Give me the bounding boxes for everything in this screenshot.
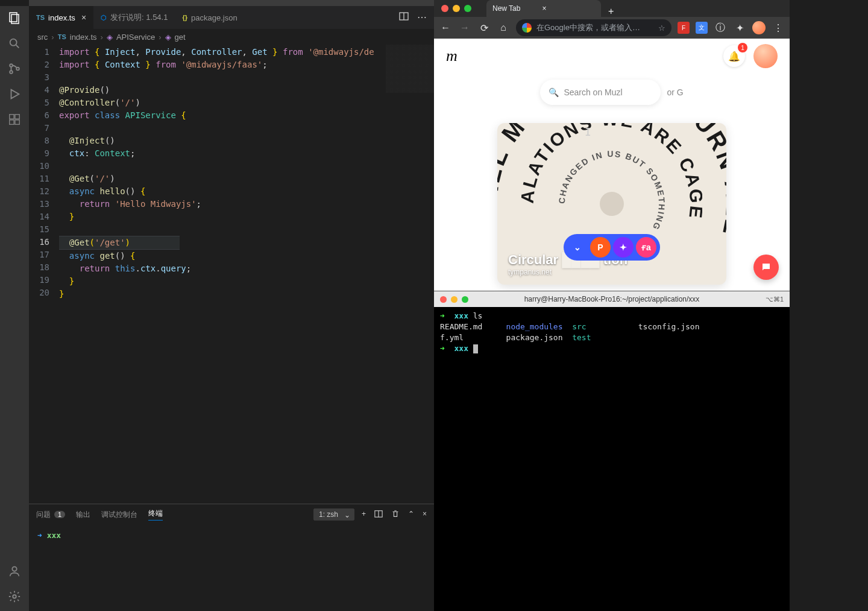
editor-tabs: TS index.ts × ⬡ 发行说明: 1.54.1 {} package.…: [29, 6, 434, 29]
close-icon[interactable]: ×: [81, 13, 86, 22]
terminal-title: harry@Harry-MacBook-Pro16:~/project/appl…: [524, 295, 700, 303]
minimap[interactable]: [386, 45, 434, 165]
terminal-shortcut: ⌥⌘1: [766, 296, 784, 303]
problems-badge: 1: [54, 511, 65, 518]
activity-bar: [0, 6, 29, 611]
code-area[interactable]: import { Inject, Provide, Controller, Ge…: [59, 45, 434, 504]
tab-label: index.ts: [48, 13, 75, 22]
window-maximize-icon[interactable]: [462, 296, 468, 303]
pill-p-button[interactable]: P: [590, 237, 611, 258]
svg-rect-8: [10, 115, 14, 119]
split-editor-icon[interactable]: [399, 11, 409, 24]
breadcrumb-item[interactable]: APIService: [116, 33, 155, 42]
svg-line-3: [16, 45, 19, 48]
source-control-icon[interactable]: [7, 62, 22, 76]
tab-package-json[interactable]: {} package.json: [175, 6, 244, 29]
bottom-panel: 问题1 输出 调试控制台 终端 1: zsh⌄ + ⌃ × ➜ xxx: [29, 504, 434, 611]
action-pill: ⌄ P ✦ ға: [564, 234, 660, 261]
panel-tab-output[interactable]: 输出: [76, 510, 90, 520]
close-panel-icon[interactable]: ×: [423, 510, 427, 520]
tab-index-ts[interactable]: TS index.ts ×: [29, 6, 93, 29]
address-bar[interactable]: 在Google中搜索，或者输入… ☆: [516, 19, 671, 36]
breadcrumb-item[interactable]: src: [37, 33, 48, 42]
class-icon: ◈: [107, 33, 113, 42]
window-minimize-icon[interactable]: [453, 5, 460, 12]
close-icon[interactable]: ×: [542, 4, 546, 13]
terminal-cursor: [473, 344, 478, 353]
featured-card[interactable]: ALL MY THE LIES BURN ALL ALATIONS WE ARE…: [497, 123, 726, 285]
ibeam-cursor-icon: I: [585, 127, 591, 138]
terminal-selector[interactable]: 1: zsh⌄: [313, 508, 354, 521]
window-close-icon[interactable]: [441, 5, 448, 12]
info-icon[interactable]: ⓘ: [714, 21, 727, 34]
new-terminal-icon[interactable]: +: [362, 510, 366, 520]
tab-label: New Tab: [492, 4, 520, 13]
chevron-down-icon: ⌄: [344, 511, 350, 519]
window-close-icon[interactable]: [440, 296, 447, 303]
new-tab-button[interactable]: +: [608, 6, 614, 17]
settings-gear-icon[interactable]: [7, 589, 22, 604]
iterm-window: harry@Harry-MacBook-Pro16:~/project/appl…: [434, 291, 790, 611]
window-minimize-icon[interactable]: [451, 296, 458, 303]
svg-marker-7: [11, 90, 19, 99]
pill-s-button[interactable]: ✦: [613, 237, 634, 258]
muzli-logo[interactable]: m: [446, 47, 458, 65]
forward-icon[interactable]: →: [458, 21, 471, 34]
back-icon[interactable]: ←: [439, 21, 452, 34]
svg-rect-9: [15, 115, 19, 119]
muzli-search[interactable]: 🔍 Search on Muzl: [540, 80, 661, 105]
account-icon[interactable]: [7, 564, 22, 578]
user-avatar[interactable]: [753, 44, 778, 68]
title-bar: [29, 0, 434, 6]
extensions-puzzle-icon[interactable]: ✦: [733, 21, 746, 34]
breadcrumbs[interactable]: src› TS index.ts› ◈ APIService› ◈ get: [29, 29, 434, 45]
svg-point-5: [10, 71, 13, 74]
vscode-icon: ⬡: [101, 14, 107, 22]
ts-file-icon: TS: [58, 33, 66, 40]
extensions-icon[interactable]: [7, 112, 22, 127]
editor[interactable]: 1234567891011121314151617181920 import {…: [29, 45, 434, 504]
svg-text:CHANGED IN US BUT SOMETHING: CHANGED IN US BUT SOMETHING: [557, 149, 667, 232]
profile-avatar[interactable]: [752, 21, 766, 34]
more-icon[interactable]: ⋯: [417, 11, 427, 24]
card-subtitle: tympanus.net: [508, 268, 627, 276]
tab-label: package.json: [191, 13, 237, 22]
chevron-down-icon[interactable]: ⌄: [567, 237, 588, 258]
trash-icon[interactable]: [391, 510, 400, 520]
star-icon[interactable]: ☆: [658, 24, 665, 33]
panel-tab-terminal[interactable]: 终端: [148, 508, 163, 521]
run-debug-icon[interactable]: [7, 87, 22, 101]
browser-tab[interactable]: New Tab ×: [486, 0, 601, 17]
breadcrumb-item[interactable]: index.ts: [70, 33, 97, 42]
svg-point-6: [16, 68, 19, 71]
google-icon: [522, 23, 532, 33]
window-maximize-icon[interactable]: [464, 5, 471, 12]
svg-rect-10: [10, 120, 14, 124]
panel-tab-debug-console[interactable]: 调试控制台: [101, 510, 137, 520]
home-icon[interactable]: ⌂: [497, 21, 510, 34]
panel-tab-problems[interactable]: 问题1: [36, 510, 65, 520]
terminal-titlebar: harry@Harry-MacBook-Pro16:~/project/appl…: [434, 291, 790, 307]
translate-icon[interactable]: 文: [696, 22, 708, 34]
bell-icon: 🔔: [728, 51, 740, 62]
menu-icon[interactable]: ⋮: [772, 21, 785, 34]
breadcrumb-item[interactable]: get: [175, 33, 186, 42]
chevron-up-icon[interactable]: ⌃: [408, 510, 414, 520]
reload-icon[interactable]: ⟳: [477, 21, 491, 34]
pill-g-button[interactable]: ға: [636, 237, 656, 258]
extension-icon[interactable]: F: [678, 22, 690, 34]
terminal-body[interactable]: ➜ xxx: [29, 525, 434, 611]
chat-fab[interactable]: [753, 255, 779, 280]
notifications-button[interactable]: 🔔 1: [723, 45, 745, 67]
terminal-output[interactable]: ➜ xxx ls README.md node_modules src tsco…: [434, 307, 790, 611]
tab-label: 发行说明: 1.54.1: [110, 12, 168, 23]
tab-release-notes[interactable]: ⬡ 发行说明: 1.54.1: [93, 6, 175, 29]
split-terminal-icon[interactable]: [374, 510, 383, 520]
search-icon[interactable]: [7, 36, 22, 51]
browser-toolbar: ← → ⟳ ⌂ 在Google中搜索，或者输入… ☆ F 文 ⓘ ✦ ⋮: [434, 17, 790, 39]
search-icon: 🔍: [549, 87, 559, 97]
search-placeholder: Search on Muzl: [564, 87, 622, 97]
explorer-icon[interactable]: [7, 11, 22, 25]
page-content: m 🔔 1 🔍 Search on Muzl or G: [434, 39, 790, 291]
chrome-window: New Tab × + ← → ⟳ ⌂ 在Google中搜索，或者输入… ☆ F…: [434, 0, 790, 291]
